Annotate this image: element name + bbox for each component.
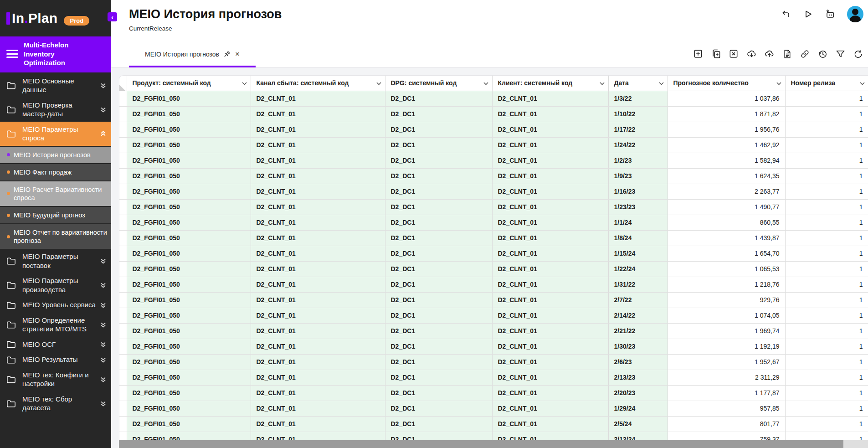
sidebar-collapse-button[interactable]: ‹: [108, 12, 117, 21]
cell-release[interactable]: 1: [785, 106, 868, 122]
cell-product[interactable]: D2_FGFI01_050: [127, 184, 251, 199]
cell-qty[interactable]: 1 065,53: [668, 261, 785, 277]
row-handle[interactable]: [119, 122, 127, 137]
cell-channel[interactable]: D2_CLNT_01: [251, 106, 385, 122]
cell-qty[interactable]: 1 490,77: [668, 199, 785, 215]
column-dropdown-icon[interactable]: [600, 79, 605, 87]
cell-qty[interactable]: 1 218,76: [668, 277, 785, 292]
cell-dpg[interactable]: D2_DC1: [385, 153, 492, 168]
cell-dpg[interactable]: D2_DC1: [385, 168, 492, 184]
cell-dpg[interactable]: D2_DC1: [385, 385, 492, 401]
cell-qty[interactable]: 957,85: [668, 401, 785, 416]
cell-product[interactable]: D2_FGFI01_050: [127, 308, 251, 323]
column-header-client[interactable]: Клиент: системный код: [492, 76, 608, 91]
column-dropdown-icon[interactable]: [659, 79, 664, 87]
filter-icon[interactable]: [835, 49, 846, 59]
cell-qty[interactable]: 1 074,05: [668, 308, 785, 323]
add-row-icon[interactable]: [693, 49, 704, 59]
cell-channel[interactable]: D2_CLNT_01: [251, 292, 385, 308]
cell-client[interactable]: D2_CLNT_01: [492, 261, 608, 277]
cell-date[interactable]: 1/29/24: [608, 401, 668, 416]
cell-qty[interactable]: 1 462,92: [668, 137, 785, 153]
cell-dpg[interactable]: D2_DC1: [385, 215, 492, 230]
cell-client[interactable]: D2_CLNT_01: [492, 137, 608, 153]
cell-dpg[interactable]: D2_DC1: [385, 401, 492, 416]
user-avatar[interactable]: [847, 6, 863, 22]
cell-qty[interactable]: 1 871,82: [668, 106, 785, 122]
cell-qty[interactable]: 1 582,94: [668, 153, 785, 168]
cell-product[interactable]: D2_FGFI01_050: [127, 416, 251, 432]
cell-dpg[interactable]: D2_DC1: [385, 261, 492, 277]
cell-qty[interactable]: 1 192,19: [668, 339, 785, 354]
cell-channel[interactable]: D2_CLNT_01: [251, 339, 385, 354]
cell-release[interactable]: 1: [785, 401, 868, 416]
cell-date[interactable]: 2/20/23: [608, 385, 668, 401]
column-header-product[interactable]: Продукт: системный код: [127, 76, 251, 91]
cell-date[interactable]: 2/14/22: [608, 308, 668, 323]
cell-dpg[interactable]: D2_DC1: [385, 339, 492, 354]
tab-close-icon[interactable]: ×: [235, 50, 240, 58]
cell-release[interactable]: 1: [785, 215, 868, 230]
cell-release[interactable]: 1: [785, 416, 868, 432]
cell-qty[interactable]: 2 311,29: [668, 370, 785, 385]
duplicate-row-icon[interactable]: [711, 49, 721, 59]
cell-channel[interactable]: D2_CLNT_01: [251, 323, 385, 339]
cell-channel[interactable]: D2_CLNT_01: [251, 230, 385, 246]
cell-release[interactable]: 1: [785, 199, 868, 215]
cell-product[interactable]: D2_FGFI01_050: [127, 339, 251, 354]
select-all-corner[interactable]: [119, 76, 127, 91]
cell-qty[interactable]: 1 956,76: [668, 122, 785, 137]
cell-dpg[interactable]: D2_DC1: [385, 246, 492, 261]
cell-date[interactable]: 2/6/23: [608, 354, 668, 370]
cell-client[interactable]: D2_CLNT_01: [492, 199, 608, 215]
cell-channel[interactable]: D2_CLNT_01: [251, 401, 385, 416]
cell-product[interactable]: D2_FGFI01_050: [127, 277, 251, 292]
cell-channel[interactable]: D2_CLNT_01: [251, 199, 385, 215]
sidebar-subitem[interactable]: MEIO Будущий прогноз: [0, 207, 111, 223]
cell-channel[interactable]: D2_CLNT_01: [251, 308, 385, 323]
sidebar-folder[interactable]: MEIO Проверка мастер-даты: [0, 98, 111, 122]
cell-release[interactable]: 1: [785, 91, 868, 106]
play-icon[interactable]: [802, 9, 813, 20]
cell-client[interactable]: D2_CLNT_01: [492, 153, 608, 168]
column-header-channel[interactable]: Канал сбыта: системный код: [251, 76, 385, 91]
column-dropdown-icon[interactable]: [376, 79, 381, 87]
cell-qty[interactable]: 860,55: [668, 215, 785, 230]
cell-channel[interactable]: D2_CLNT_01: [251, 277, 385, 292]
cell-qty[interactable]: 929,76: [668, 292, 785, 308]
cell-date[interactable]: 1/23/23: [608, 199, 668, 215]
sidebar-folder[interactable]: MEIO Параметры поставок: [0, 249, 111, 273]
row-handle[interactable]: [119, 168, 127, 184]
cell-client[interactable]: D2_CLNT_01: [492, 339, 608, 354]
pin-icon[interactable]: [224, 51, 231, 57]
cell-channel[interactable]: D2_CLNT_01: [251, 246, 385, 261]
sidebar-folder[interactable]: MEIO Основные данные: [0, 73, 111, 98]
cell-product[interactable]: D2_FGFI01_050: [127, 261, 251, 277]
row-handle[interactable]: [119, 370, 127, 385]
cell-qty[interactable]: 2 263,77: [668, 184, 785, 199]
cell-dpg[interactable]: D2_DC1: [385, 292, 492, 308]
cell-client[interactable]: D2_CLNT_01: [492, 385, 608, 401]
cell-client[interactable]: D2_CLNT_01: [492, 168, 608, 184]
cell-channel[interactable]: D2_CLNT_01: [251, 168, 385, 184]
row-handle[interactable]: [119, 292, 127, 308]
cell-date[interactable]: 2/13/23: [608, 370, 668, 385]
sidebar-folder[interactable]: MEIO Уровень сервиса: [0, 297, 111, 313]
row-handle[interactable]: [119, 91, 127, 106]
cell-channel[interactable]: D2_CLNT_01: [251, 184, 385, 199]
cell-release[interactable]: 1: [785, 261, 868, 277]
cell-product[interactable]: D2_FGFI01_050: [127, 246, 251, 261]
row-handle[interactable]: [119, 106, 127, 122]
cell-product[interactable]: D2_FGFI01_050: [127, 153, 251, 168]
row-handle[interactable]: [119, 416, 127, 432]
cell-date[interactable]: 1/24/22: [608, 137, 668, 153]
cell-date[interactable]: 1/31/22: [608, 277, 668, 292]
cell-date[interactable]: 1/17/22: [608, 122, 668, 137]
cell-release[interactable]: 1: [785, 137, 868, 153]
cell-product[interactable]: D2_FGFI01_050: [127, 401, 251, 416]
cell-release[interactable]: 1: [785, 354, 868, 370]
column-header-dpg[interactable]: DPG: системный код: [385, 76, 492, 91]
cell-channel[interactable]: D2_CLNT_01: [251, 137, 385, 153]
cell-release[interactable]: 1: [785, 308, 868, 323]
column-header-release[interactable]: Номер релиза: [785, 76, 868, 91]
